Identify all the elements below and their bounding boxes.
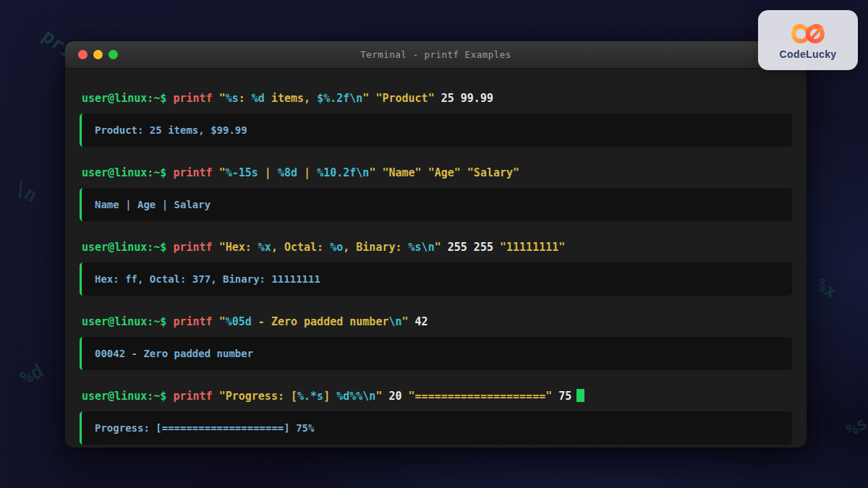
token-str: " [219, 166, 226, 179]
token-str: items, [265, 92, 317, 105]
output-box: Progress: [====================] 75% [80, 411, 792, 445]
output-text: Hex: ff, Octal: 377, Binary: 11111111 [82, 273, 320, 285]
token-cmd: printf [173, 241, 218, 254]
token-prompt: user@linux:~$ [82, 241, 173, 254]
token-plain: 255 255 [441, 241, 500, 254]
token-spec: %s\n [409, 241, 435, 254]
token-str: "Product" [375, 92, 434, 105]
code-decoration: %d [17, 359, 47, 389]
token-str: " [219, 92, 226, 105]
token-plain: 20 [382, 390, 408, 403]
token-spec: $%.2f\n [317, 92, 362, 105]
window-title: Terminal - printf Examples [65, 49, 807, 60]
output-text: Name | Age | Salary [82, 199, 210, 210]
output-box: Name | Age | Salary [80, 188, 792, 221]
command-line: user@linux:~$ printf "Progress: [%.*s] %… [80, 388, 792, 404]
token-prompt: user@linux:~$ [82, 92, 173, 105]
command-line: user@linux:~$ printf "%s: %d items, $%.2… [80, 90, 792, 106]
token-str: : [239, 92, 252, 105]
token-spec: %d [252, 92, 265, 105]
code-decoration: %s [843, 413, 868, 441]
brand-name: CodeLucky [779, 48, 836, 60]
token-prompt: user@linux:~$ [82, 390, 173, 403]
token-spec: %.*s [297, 390, 323, 403]
token-spec: %o [330, 241, 343, 254]
output-box: 00042 - Zero padded number [80, 337, 792, 370]
token-prompt: user@linux:~$ [82, 315, 173, 328]
token-str: | [297, 166, 317, 179]
token-cmd: printf [173, 390, 218, 403]
token-str: ] [323, 390, 336, 403]
output-text: Product: 25 items, $99.99 [82, 124, 247, 136]
infinity-leaf-logo-icon [786, 20, 830, 46]
token-spec: %05d [226, 315, 252, 328]
token-cmd: printf [173, 315, 218, 328]
token-spec: %d%%\n [336, 390, 375, 403]
token-spec: \n [388, 315, 401, 328]
token-str: , Octal: [271, 241, 330, 254]
terminal-body: user@linux:~$ printf "%s: %d items, $%.2… [65, 69, 807, 447]
token-str: "11111111" [500, 241, 565, 254]
page-background: printf\n%x%d%s Terminal - printf Example… [0, 0, 868, 488]
token-plain: 75 [552, 390, 571, 403]
output-box: Product: 25 items, $99.99 [80, 114, 792, 147]
command-line: user@linux:~$ printf "Hex: %x, Octal: %o… [80, 239, 792, 255]
terminal-cursor [576, 389, 584, 402]
token-spec: %-15s [226, 166, 258, 179]
command-line: user@linux:~$ printf "%-15s | %8d | %10.… [80, 165, 792, 181]
token-cmd: printf [173, 166, 218, 179]
token-spec: %x [258, 241, 271, 254]
token-str: , Binary: [343, 241, 408, 254]
output-text: 00042 - Zero padded number [82, 348, 253, 359]
token-str: "Hex: [219, 241, 258, 254]
token-str: "Progress: [ [219, 390, 297, 403]
output-text: Progress: [====================] 75% [82, 422, 314, 434]
token-str: " [219, 315, 226, 328]
token-str: "====================" [409, 390, 553, 403]
token-str: "Name" "Age" "Salary" [382, 166, 519, 179]
command-line: user@linux:~$ printf "%05d - Zero padded… [80, 314, 792, 330]
code-decoration: \n [11, 176, 41, 207]
token-str: | [258, 166, 278, 179]
token-prompt: user@linux:~$ [82, 166, 173, 179]
output-box: Hex: ff, Octal: 377, Binary: 11111111 [80, 262, 792, 296]
token-spec: %s [226, 92, 239, 105]
code-decoration: %x [812, 274, 841, 303]
terminal-titlebar[interactable]: Terminal - printf Examples [65, 41, 807, 69]
token-str: " [435, 241, 441, 254]
token-cmd: printf [173, 92, 218, 105]
token-plain: 25 99.99 [435, 92, 493, 105]
token-str: - Zero padded number [252, 315, 389, 328]
token-str: " [402, 315, 409, 328]
token-spec: %8d [278, 166, 297, 179]
token-spec: %10.2f\n [317, 166, 369, 179]
token-plain: 42 [409, 315, 428, 328]
terminal-window: Terminal - printf Examples user@linux:~$… [65, 41, 807, 448]
codelucky-logo-card: CodeLucky [758, 10, 858, 70]
